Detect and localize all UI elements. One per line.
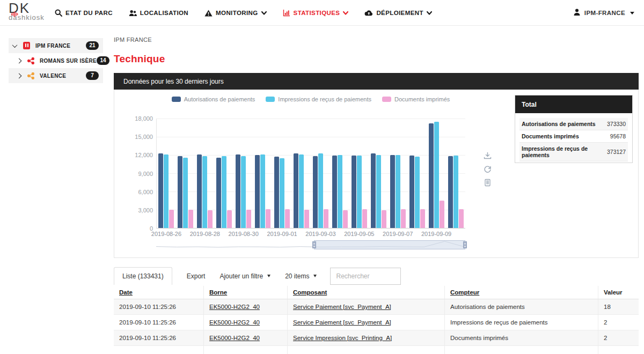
table-row bbox=[114, 346, 639, 354]
cell-valeur: 18 bbox=[598, 299, 639, 314]
y-tick-label: 3,000 bbox=[114, 207, 153, 213]
borne-link[interactable]: EK5000-H2G2_40 bbox=[209, 335, 260, 341]
bar bbox=[266, 209, 270, 228]
bar-group: 2019-09-07 bbox=[388, 119, 407, 228]
column-header-composant[interactable]: Composant bbox=[293, 289, 327, 296]
total-row: Documents imprimés 95678 bbox=[519, 130, 628, 143]
sidebar-tree: IPM FRANCE 21 ROMANS SUR ISÈRE 14 VALENC… bbox=[0, 26, 110, 83]
bar-group: 2019-09-05 bbox=[349, 119, 369, 228]
bar bbox=[313, 156, 318, 228]
bar bbox=[202, 156, 207, 228]
data-view-icon[interactable] bbox=[484, 179, 492, 187]
bar bbox=[376, 155, 381, 228]
users-icon bbox=[129, 10, 137, 17]
total-row: Impressions de reçus de paiements 373127 bbox=[519, 143, 628, 161]
items-per-page-label: 20 items bbox=[285, 272, 309, 280]
borne-link[interactable]: EK5000-H2G2_40 bbox=[209, 304, 260, 310]
user-menu[interactable]: IPM-FRANCE bbox=[573, 0, 634, 26]
y-tick-label: 6,000 bbox=[114, 189, 153, 195]
bar-group bbox=[407, 119, 427, 228]
column-header-date[interactable]: Date bbox=[119, 289, 133, 296]
column-header-borne[interactable]: Borne bbox=[209, 289, 227, 296]
cell-valeur: 2 bbox=[598, 330, 639, 345]
sidebar-item-ipm-france[interactable]: IPM FRANCE 21 bbox=[9, 38, 103, 53]
count-badge: 7 bbox=[86, 71, 99, 80]
bar bbox=[178, 156, 182, 228]
table-section: Liste (133431) Export Ajouter un filtre … bbox=[114, 267, 639, 354]
tab-liste[interactable]: Liste (133431) bbox=[114, 267, 172, 285]
legend-item-impressions[interactable]: Impressions de reçus de paiements bbox=[266, 96, 371, 102]
warning-triangle-icon bbox=[204, 10, 213, 17]
tree-label: ROMANS SUR ISÈRE bbox=[40, 58, 97, 64]
x-tick-label: 2019-09-01 bbox=[261, 231, 304, 237]
bar bbox=[382, 210, 386, 228]
column-header-compteur[interactable]: Compteur bbox=[450, 289, 479, 296]
chevron-down-icon bbox=[261, 11, 267, 15]
legend-item-autorisations[interactable]: Autorisations de paiements bbox=[172, 96, 255, 102]
bar-group: 2019-08-30 bbox=[234, 119, 253, 228]
nav-item-statistiques[interactable]: STATISTIQUES bbox=[283, 9, 349, 17]
nav-label: MONITORING bbox=[216, 10, 258, 16]
y-tick-label: 9,000 bbox=[114, 171, 153, 177]
chart-legend: Autorisations de paiements Impressions d… bbox=[156, 96, 465, 102]
export-button[interactable]: Export bbox=[187, 272, 206, 280]
add-filter-dropdown[interactable]: Ajouter un filtre bbox=[219, 272, 270, 280]
bar bbox=[246, 210, 251, 228]
bar bbox=[420, 209, 425, 228]
legend-item-documents[interactable]: Documents imprimés bbox=[382, 96, 450, 102]
nav-label: STATISTIQUES bbox=[294, 10, 340, 16]
chevron-down-icon bbox=[343, 11, 348, 15]
table-header-row: Date Borne Composant Compteur Valeur bbox=[114, 286, 639, 299]
download-icon[interactable] bbox=[484, 152, 492, 160]
x-tick-label: 2019-09-05 bbox=[338, 231, 380, 237]
top-header: DK dashkiosk ETAT DU PARC bbox=[0, 0, 644, 26]
nav-item-monitoring[interactable]: MONITORING bbox=[204, 10, 267, 17]
kiosk-icon bbox=[23, 42, 30, 49]
total-value: 95678 bbox=[610, 133, 626, 139]
nav-label: LOCALISATION bbox=[140, 10, 188, 16]
bar bbox=[188, 210, 193, 228]
bar-group: 2019-09-01 bbox=[273, 119, 292, 228]
bar bbox=[318, 153, 323, 228]
bar bbox=[352, 156, 356, 228]
zoom-slider-window[interactable] bbox=[314, 240, 465, 249]
bar bbox=[158, 153, 163, 228]
bar bbox=[294, 153, 298, 228]
bar bbox=[453, 156, 458, 228]
page-title: Technique bbox=[114, 53, 639, 65]
breadcrumb[interactable]: IPM FRANCE bbox=[114, 36, 639, 43]
x-tick-label: 2019-08-30 bbox=[222, 231, 265, 237]
items-per-page-dropdown[interactable]: 20 items bbox=[285, 272, 317, 280]
bar bbox=[260, 154, 265, 228]
dashkiosk-logo[interactable]: DK dashkiosk bbox=[9, 1, 45, 21]
chart-panel-body: Autorisations de paiements Impressions d… bbox=[114, 90, 639, 258]
refresh-icon[interactable] bbox=[484, 165, 492, 173]
nav-item-localisation[interactable]: LOCALISATION bbox=[129, 10, 188, 17]
bar bbox=[434, 122, 439, 228]
y-tick-label: 15,000 bbox=[114, 134, 153, 140]
search-input[interactable] bbox=[330, 268, 401, 285]
nav-item-etat-du-parc[interactable]: ETAT DU PARC bbox=[55, 9, 113, 17]
chevron-down-icon bbox=[313, 275, 317, 277]
borne-link[interactable]: EK5000-H2G2_40 bbox=[209, 319, 260, 326]
zoom-slider-right-handle[interactable] bbox=[463, 241, 467, 248]
x-tick-label: 2019-09-03 bbox=[299, 231, 342, 237]
composant-link[interactable]: Service Paiement [svc_Payment_A] bbox=[293, 304, 391, 310]
sidebar-item-romans-sur-isere[interactable]: ROMANS SUR ISÈRE 14 bbox=[9, 53, 103, 68]
composant-link[interactable]: Service Paiement [svc_Payment_A] bbox=[293, 319, 391, 326]
chevron-down-icon[interactable] bbox=[12, 42, 18, 48]
composant-link[interactable]: Service Impression [svc_Printing_A] bbox=[293, 335, 392, 341]
tree-label: VALENCE bbox=[40, 73, 86, 79]
chart-zoom-slider[interactable] bbox=[156, 240, 465, 249]
legend-label: Documents imprimés bbox=[394, 96, 450, 102]
main-nav: ETAT DU PARC LOCALISATION MONITORING bbox=[55, 0, 432, 26]
chevron-right-icon[interactable] bbox=[17, 58, 22, 63]
bar-group: 2019-08-28 bbox=[195, 119, 215, 228]
bar bbox=[448, 156, 453, 228]
total-panel: Total Autorisations de paiements 373330 … bbox=[515, 95, 633, 163]
zoom-slider-left-handle[interactable] bbox=[312, 241, 316, 248]
sidebar-item-valence[interactable]: VALENCE 7 bbox=[9, 68, 103, 83]
nav-item-deploiement[interactable]: DÉPLOIEMENT bbox=[364, 10, 431, 16]
bar bbox=[164, 154, 169, 228]
chevron-right-icon[interactable] bbox=[17, 73, 22, 78]
